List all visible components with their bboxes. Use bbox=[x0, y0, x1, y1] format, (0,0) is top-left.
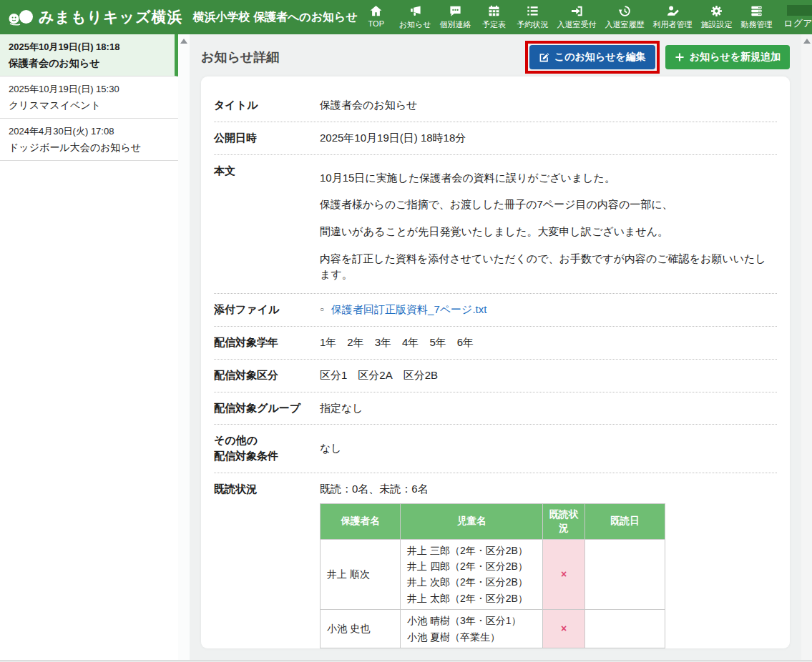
table-row: 小池 史也 小池 晴樹（3年・区分1） 小池 夏樹（卒業生） × bbox=[321, 610, 665, 648]
detail-row-body: 本文 10月15日に実施した保護者会の資料に誤りがございました。 保護者様からの… bbox=[214, 155, 777, 295]
field-value: 保護者会のお知らせ bbox=[320, 97, 777, 113]
detail-row-read-status: 既読状況 既読：0名、未読：6名 保護者名 児童名 既読状況 既読日 bbox=[214, 473, 777, 648]
sidebar-scrollbar[interactable] bbox=[178, 34, 190, 660]
detail-row-title: タイトル 保護者会のお知らせ bbox=[214, 89, 777, 122]
table-row: 斉田 涼子 斉田 美沙子（3年・区分2B） × bbox=[321, 648, 665, 648]
column-header-children: 児童名 bbox=[401, 503, 543, 539]
field-label: 配信対象区分 bbox=[214, 367, 320, 383]
announcement-title: ドッジボール大会のお知らせ bbox=[9, 142, 170, 154]
announcement-date: 2025年10月19日(日) 18:18 bbox=[9, 41, 166, 54]
field-label: 公開日時 bbox=[214, 130, 320, 146]
unread-mark: × bbox=[543, 539, 585, 610]
detail-row-publish-datetime: 公開日時 2025年10月19日(日) 18時18分 bbox=[214, 122, 777, 155]
sidebar-item-dodgeball[interactable]: 2024年4月30日(火) 17:08 ドッジボール大会のお知らせ bbox=[0, 119, 178, 161]
announcement-detail-card: タイトル 保護者会のお知らせ 公開日時 2025年10月19日(日) 18時18… bbox=[201, 76, 790, 648]
read-date bbox=[585, 648, 665, 648]
megaphone-icon bbox=[409, 4, 422, 18]
detail-row-target-grades: 配信対象学年 1年2年3年4年5年6年 bbox=[214, 327, 777, 360]
scroll-up-arrow-icon[interactable] bbox=[803, 39, 811, 44]
column-header-read-status: 既読状況 bbox=[543, 503, 585, 539]
circle-bullet-icon: ○ bbox=[320, 305, 324, 315]
table-header-row: 保護者名 児童名 既読状況 既読日 bbox=[321, 503, 665, 539]
nav-item-schedule[interactable]: 予定表 bbox=[476, 1, 513, 33]
logout-button[interactable]: ログアウト bbox=[784, 5, 812, 30]
field-label: 本文 bbox=[214, 163, 320, 285]
logout-status-box bbox=[787, 5, 812, 16]
nav-menu: TOP お知らせ 個別連絡 予定表 予約状況 bbox=[358, 1, 777, 33]
chat-icon bbox=[449, 4, 462, 18]
calendar-icon bbox=[487, 4, 501, 18]
announcement-title: 保護者会のお知らせ bbox=[9, 57, 166, 70]
home-icon bbox=[369, 4, 383, 18]
announcement-list-sidebar: 2025年10月19日(日) 18:18 保護者会のお知らせ 2025年10月1… bbox=[0, 34, 178, 660]
detail-row-attachment: 添付ファイル ○ 保護者回訂正版資料_7ページ.txt bbox=[214, 294, 777, 327]
detail-row-other-conditions: その他の 配信対象条件 なし bbox=[214, 425, 777, 473]
history-icon bbox=[618, 4, 632, 18]
nav-item-entry-exit-reception[interactable]: 入退室受付 bbox=[553, 1, 601, 33]
page-title: お知らせ詳細 bbox=[201, 49, 279, 66]
children-names: 小池 晴樹（3年・区分1） 小池 夏樹（卒業生） bbox=[401, 610, 543, 648]
detail-row-target-divisions: 配信対象区分 区分1区分2A区分2B bbox=[214, 360, 777, 392]
body-text: 10月15日に実施した保護者会の資料に誤りがございました。 保護者様からのご指摘… bbox=[320, 163, 777, 285]
field-value: 指定なし bbox=[320, 400, 777, 416]
field-label: タイトル bbox=[214, 97, 320, 113]
children-names: 斉田 美沙子（3年・区分2B） bbox=[401, 648, 543, 648]
announcement-date: 2024年4月30日(火) 17:08 bbox=[9, 125, 170, 138]
nav-item-facility-settings[interactable]: 施設設定 bbox=[697, 1, 737, 33]
nav-item-news[interactable]: お知らせ bbox=[395, 1, 436, 33]
school-page-title: 横浜小学校 保護者へのお知らせ bbox=[192, 10, 357, 25]
announcement-title: クリスマスイベント bbox=[9, 99, 170, 112]
stack-icon bbox=[750, 4, 763, 18]
read-status-value: 既読：0名、未読：6名 保護者名 児童名 既読状況 既読日 bbox=[320, 481, 777, 648]
user-edit-icon bbox=[666, 4, 680, 18]
scroll-up-arrow-icon[interactable] bbox=[180, 39, 187, 44]
unread-mark: × bbox=[543, 610, 585, 648]
field-label: 配信対象学年 bbox=[214, 335, 320, 350]
field-label: 既読状況 bbox=[214, 481, 320, 648]
main-scrollbar[interactable] bbox=[801, 34, 812, 660]
nav-item-top[interactable]: TOP bbox=[358, 1, 395, 31]
table-row: 井上 順次 井上 三郎（2年・区分2B） 井上 四郎（2年・区分2B） 井上 次… bbox=[321, 539, 665, 610]
nav-item-reservations[interactable]: 予約状況 bbox=[513, 1, 553, 33]
add-announcement-button[interactable]: お知らせを新規追加 bbox=[665, 45, 790, 69]
nav-item-entry-exit-history[interactable]: 入退室履歴 bbox=[601, 1, 649, 33]
children-names: 井上 三郎（2年・区分2B） 井上 四郎（2年・区分2B） 井上 次郎（2年・区… bbox=[401, 539, 543, 610]
read-date bbox=[585, 539, 665, 610]
announcement-date: 2025年10月19日(日) 15:30 bbox=[9, 83, 170, 96]
main-content: お知らせ詳細 このお知らせを編集 お知らせを新規追加 タイトル 保護者会の bbox=[190, 34, 801, 660]
field-label: その他の 配信対象条件 bbox=[214, 433, 320, 464]
column-header-guardian: 保護者名 bbox=[321, 503, 401, 539]
division-list: 区分1区分2A区分2B bbox=[320, 367, 777, 383]
grade-list: 1年2年3年4年5年6年 bbox=[320, 335, 777, 350]
sidebar-item-christmas[interactable]: 2025年10月19日(日) 15:30 クリスマスイベント bbox=[0, 76, 178, 119]
guardian-name: 井上 順次 bbox=[321, 539, 401, 610]
read-status-table: 保護者名 児童名 既読状況 既読日 井上 順次 井上 三郎（2年・区分2B） 井… bbox=[320, 503, 665, 649]
read-date bbox=[585, 610, 665, 648]
gear-icon bbox=[710, 4, 723, 18]
guardian-name: 小池 史也 bbox=[321, 610, 401, 648]
guardian-name: 斉田 涼子 bbox=[321, 648, 401, 648]
nav-item-user-management[interactable]: 利用者管理 bbox=[649, 1, 697, 33]
read-status-summary: 既読：0名、未読：6名 bbox=[320, 481, 777, 497]
sign-in-icon bbox=[570, 4, 584, 18]
red-highlight-box: このお知らせを編集 bbox=[525, 41, 660, 74]
field-label: 配信対象グループ bbox=[214, 400, 320, 416]
edit-announcement-button[interactable]: このお知らせを編集 bbox=[529, 45, 655, 69]
list-icon bbox=[526, 4, 539, 18]
attachment-file-link[interactable]: 保護者回訂正版資料_7ページ.txt bbox=[331, 302, 486, 317]
field-value: なし bbox=[320, 440, 777, 456]
field-value: 2025年10月19日(日) 18時18分 bbox=[320, 130, 777, 146]
nav-item-work-management[interactable]: 勤務管理 bbox=[737, 1, 777, 33]
attachment-value: ○ 保護者回訂正版資料_7ページ.txt bbox=[320, 302, 777, 317]
field-label: 添付ファイル bbox=[214, 302, 320, 317]
main-header: お知らせ詳細 このお知らせを編集 お知らせを新規追加 bbox=[201, 41, 790, 74]
mascot-icon bbox=[7, 8, 34, 27]
column-header-read-date: 既読日 bbox=[585, 503, 665, 539]
header-buttons: このお知らせを編集 お知らせを新規追加 bbox=[525, 41, 790, 74]
unread-mark: × bbox=[543, 648, 585, 648]
detail-row-target-group: 配信対象グループ 指定なし bbox=[214, 392, 777, 425]
top-navigation-bar: みまもりキッズ横浜 横浜小学校 保護者へのお知らせ TOP お知らせ 個別連絡 bbox=[0, 0, 812, 34]
app-logo[interactable]: みまもりキッズ横浜 bbox=[7, 7, 182, 27]
sidebar-item-hogoshakai[interactable]: 2025年10月19日(日) 18:18 保護者会のお知らせ bbox=[0, 34, 178, 76]
nav-item-individual-contact[interactable]: 個別連絡 bbox=[436, 1, 476, 33]
